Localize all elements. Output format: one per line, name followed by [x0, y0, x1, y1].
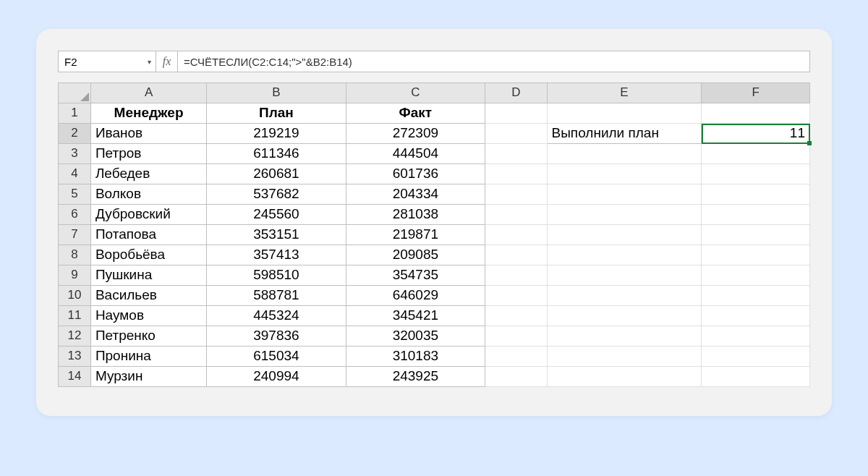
cell-C11[interactable]: 345421	[346, 306, 485, 326]
cell-D11[interactable]	[485, 306, 548, 326]
cell-F8[interactable]	[702, 245, 810, 265]
cell-A10[interactable]: Васильев	[90, 286, 206, 306]
cell-F9[interactable]	[702, 265, 810, 286]
cell-F1[interactable]	[702, 103, 810, 124]
cell-C3[interactable]: 444504	[346, 144, 485, 164]
row-header-4[interactable]: 4	[59, 164, 91, 184]
row-header-1[interactable]: 1	[59, 103, 91, 124]
row-header-13[interactable]: 13	[59, 347, 91, 367]
row-header-10[interactable]: 10	[59, 286, 91, 306]
cell-D1[interactable]	[485, 103, 548, 124]
cell-A14[interactable]: Мурзин	[90, 367, 206, 387]
row-header-3[interactable]: 3	[59, 144, 91, 164]
cell-E13[interactable]	[547, 347, 702, 367]
cell-B13[interactable]: 615034	[207, 347, 346, 367]
cell-A3[interactable]: Петров	[90, 144, 206, 164]
cell-F2[interactable]: 11	[702, 124, 810, 144]
cell-E9[interactable]	[547, 265, 702, 286]
cell-E2[interactable]: Выполнили план	[547, 124, 702, 144]
cell-F14[interactable]	[702, 367, 810, 387]
cell-C1[interactable]: Факт	[346, 103, 485, 124]
cell-D6[interactable]	[485, 205, 548, 225]
cell-B3[interactable]: 611346	[207, 144, 346, 164]
cell-B11[interactable]: 445324	[207, 306, 346, 326]
cell-E4[interactable]	[547, 164, 702, 184]
cell-F3[interactable]	[702, 144, 810, 164]
cell-A11[interactable]: Наумов	[90, 306, 206, 326]
cell-D2[interactable]	[485, 124, 548, 144]
cell-B5[interactable]: 537682	[207, 184, 346, 205]
cell-B12[interactable]: 397836	[207, 326, 346, 347]
cell-A7[interactable]: Потапова	[90, 225, 206, 245]
cell-E6[interactable]	[547, 205, 702, 225]
col-header-E[interactable]: E	[547, 83, 702, 103]
cell-B14[interactable]: 240994	[207, 367, 346, 387]
cell-F6[interactable]	[702, 205, 810, 225]
cell-C8[interactable]: 209085	[346, 245, 485, 265]
cell-C12[interactable]: 320035	[346, 326, 485, 347]
col-header-A[interactable]: A	[90, 83, 206, 103]
cell-A2[interactable]: Иванов	[90, 124, 206, 144]
cell-E8[interactable]	[547, 245, 702, 265]
cell-C4[interactable]: 601736	[346, 164, 485, 184]
row-header-8[interactable]: 8	[59, 245, 91, 265]
cell-A5[interactable]: Волков	[90, 184, 206, 205]
cell-B9[interactable]: 598510	[207, 265, 346, 286]
cell-B2[interactable]: 219219	[207, 124, 346, 144]
cell-A4[interactable]: Лебедев	[90, 164, 206, 184]
cell-D12[interactable]	[485, 326, 548, 347]
row-header-7[interactable]: 7	[59, 225, 91, 245]
cell-E1[interactable]	[547, 103, 702, 124]
cell-A1[interactable]: Менеджер	[90, 103, 206, 124]
cell-F13[interactable]	[702, 347, 810, 367]
cell-E10[interactable]	[547, 286, 702, 306]
cell-E14[interactable]	[547, 367, 702, 387]
cell-A9[interactable]: Пушкина	[90, 265, 206, 286]
select-all-corner[interactable]	[59, 83, 91, 103]
cell-C13[interactable]: 310183	[346, 347, 485, 367]
formula-input[interactable]: =СЧЁТЕСЛИ(C2:C14;">"&B2:B14)	[178, 51, 809, 72]
cell-F5[interactable]	[702, 184, 810, 205]
cell-D10[interactable]	[485, 286, 548, 306]
cell-F4[interactable]	[702, 164, 810, 184]
grid[interactable]: A B C D E F 1 Менеджер План Факт	[58, 82, 810, 387]
cell-D13[interactable]	[485, 347, 548, 367]
row-header-12[interactable]: 12	[59, 326, 91, 347]
cell-D3[interactable]	[485, 144, 548, 164]
cell-C10[interactable]: 646029	[346, 286, 485, 306]
row-header-6[interactable]: 6	[59, 205, 91, 225]
name-box-dropdown-icon[interactable]: ▾	[148, 58, 151, 66]
cell-C5[interactable]: 204334	[346, 184, 485, 205]
cell-C2[interactable]: 272309	[346, 124, 485, 144]
row-header-2[interactable]: 2	[59, 124, 91, 144]
cell-A13[interactable]: Пронина	[90, 347, 206, 367]
name-box[interactable]: F2 ▾	[59, 51, 156, 72]
cell-D8[interactable]	[485, 245, 548, 265]
cell-D14[interactable]	[485, 367, 548, 387]
row-header-11[interactable]: 11	[59, 306, 91, 326]
col-header-B[interactable]: B	[207, 83, 346, 103]
col-header-F[interactable]: F	[702, 83, 810, 103]
fx-icon[interactable]: fx	[156, 51, 178, 72]
cell-B7[interactable]: 353151	[207, 225, 346, 245]
cell-B8[interactable]: 357413	[207, 245, 346, 265]
cell-E3[interactable]	[547, 144, 702, 164]
cell-E5[interactable]	[547, 184, 702, 205]
cell-C14[interactable]: 243925	[346, 367, 485, 387]
cell-A8[interactable]: Воробьёва	[90, 245, 206, 265]
cell-A6[interactable]: Дубровский	[90, 205, 206, 225]
col-header-C[interactable]: C	[346, 83, 485, 103]
cell-C7[interactable]: 219871	[346, 225, 485, 245]
cell-B4[interactable]: 260681	[207, 164, 346, 184]
cell-B6[interactable]: 245560	[207, 205, 346, 225]
cell-F12[interactable]	[702, 326, 810, 347]
cell-E11[interactable]	[547, 306, 702, 326]
cell-F7[interactable]	[702, 225, 810, 245]
cell-F10[interactable]	[702, 286, 810, 306]
cell-E7[interactable]	[547, 225, 702, 245]
cell-C6[interactable]: 281038	[346, 205, 485, 225]
row-header-9[interactable]: 9	[59, 265, 91, 286]
cell-B1[interactable]: План	[207, 103, 346, 124]
cell-B10[interactable]: 588781	[207, 286, 346, 306]
cell-D7[interactable]	[485, 225, 548, 245]
